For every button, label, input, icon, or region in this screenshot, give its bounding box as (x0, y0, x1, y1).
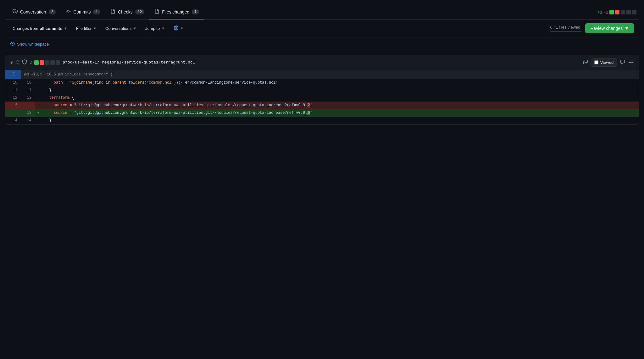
jump-to-label: Jump to (145, 26, 160, 31)
line-code: } (42, 117, 639, 124)
files-viewed-container: 0 / 1 files viewed (550, 25, 581, 32)
table-row: 14 14 } (5, 117, 639, 124)
gear-settings-btn[interactable]: ▼ (171, 24, 186, 33)
files-changed-icon (154, 9, 159, 15)
checks-icon (110, 9, 115, 15)
file-filter-caret: ▼ (93, 26, 97, 30)
line-code: } (42, 86, 639, 94)
files-viewed-text: 0 / 1 files viewed (550, 25, 581, 30)
line-num-old: 14 (5, 117, 21, 124)
table-row: 13 − source = "git::git@github.com:grunt… (5, 102, 639, 109)
review-changes-caret-icon: ▼ (625, 26, 629, 31)
line-prefix (35, 79, 42, 86)
hunk-expand-btn[interactable] (5, 70, 21, 79)
hunk-header-text: @@ -10,5 +10,5 @@ include "envcommon" { (21, 70, 639, 79)
commits-icon (66, 9, 71, 15)
conversations-caret: ▼ (133, 26, 136, 30)
line-num-new: 11 (21, 86, 35, 94)
jump-to-filter[interactable]: Jump to ▼ (143, 25, 167, 32)
gear-caret: ▼ (180, 26, 184, 30)
line-code: source = "git::git@github.com:gruntwork-… (42, 109, 639, 117)
commit-count: 2 (30, 60, 32, 65)
file-header-right: Viewed ••• (591, 58, 634, 67)
comment-icon[interactable] (620, 59, 625, 66)
table-row: 10 10 path = "${dirname(find_in_parent_f… (5, 79, 639, 86)
show-whitespace-button[interactable]: Show whitespace (10, 40, 49, 48)
conversation-icon (13, 9, 18, 15)
filter-bar: Changes from all commits ▼ File filter ▼… (5, 19, 639, 37)
tab-files-changed-label: Files changed (162, 9, 189, 14)
tab-commits[interactable]: Commits 1 (61, 5, 105, 19)
file-filter-label: File filter (76, 26, 92, 31)
all-commits-label: all commits (40, 26, 63, 31)
line-num-new: 14 (21, 117, 35, 124)
tab-checks-label: Checks (118, 9, 133, 14)
tab-conversation[interactable]: Conversation 2 (8, 5, 61, 19)
jump-to-caret: ▼ (161, 26, 165, 30)
diff-add-count: +1 (597, 10, 602, 14)
hunk-header-row: @@ -10,5 +10,5 @@ include "envcommon" { (5, 70, 639, 79)
line-num-old: 11 (5, 86, 21, 94)
gear-icon (174, 25, 179, 31)
diff-box-red (615, 10, 619, 14)
line-prefix: + (35, 109, 42, 117)
conversations-filter[interactable]: Conversations ▼ (103, 25, 139, 32)
file-filter-btn[interactable]: File filter ▼ (74, 25, 99, 32)
line-num-new: 10 (21, 79, 35, 86)
line-code: terraform { (42, 94, 639, 102)
viewed-input[interactable] (594, 60, 598, 64)
review-changes-button[interactable]: Review changes ▼ (585, 23, 634, 33)
progress-bar-container (550, 31, 581, 32)
diff-box-gray-2 (626, 10, 631, 14)
diff-box-gray-3 (632, 10, 636, 14)
tab-conversation-label: Conversation (20, 9, 46, 14)
line-prefix: − (35, 102, 42, 109)
diff-stats: +1 −1 (597, 10, 636, 14)
shield-icon (22, 59, 27, 66)
table-row: 11 11 } (5, 86, 639, 94)
file-card: ▾ ⇕ 2 prod/us-east-1/_regional/service-q… (5, 55, 639, 124)
file-header-left: ▾ ⇕ 2 prod/us-east-1/_regional/service-q… (10, 59, 588, 66)
file-path: prod/us-east-1/_regional/service-quotas/… (63, 60, 581, 65)
diff-remove-count: −1 (603, 10, 608, 14)
viewed-label: Viewed (600, 60, 613, 65)
changes-from-label: Changes from (13, 26, 38, 31)
diff-box-gray-1 (621, 10, 625, 14)
tab-bar: Conversation 2 Commits 1 Checks 12 Files… (5, 5, 639, 19)
eye-icon (10, 41, 15, 47)
whitespace-row: Show whitespace (5, 37, 639, 50)
more-options-icon[interactable]: ••• (628, 60, 634, 65)
chevron-down-icon[interactable]: ▾ (10, 59, 13, 65)
mini-diff-box-green (34, 60, 39, 65)
mini-diff-boxes (34, 60, 60, 65)
tab-files-changed[interactable]: Files changed 1 (149, 5, 204, 19)
line-code: source = "git::git@github.com:gruntwork-… (42, 102, 639, 109)
viewed-checkbox[interactable]: Viewed (591, 58, 617, 67)
mini-diff-box-gray-1 (45, 60, 49, 65)
conversations-label: Conversations (105, 26, 131, 31)
line-prefix (35, 117, 42, 124)
tab-checks[interactable]: Checks 12 (105, 5, 149, 19)
table-row: 12 12 terraform { (5, 94, 639, 102)
mini-diff-box-gray-3 (56, 60, 60, 65)
line-num-new: 12 (21, 94, 35, 102)
changes-from-filter[interactable]: Changes from all commits ▼ (10, 25, 70, 32)
line-num-old (5, 109, 21, 117)
mini-diff-box-gray-2 (50, 60, 55, 65)
mini-diff-box-red (40, 60, 44, 65)
tab-conversation-badge: 2 (49, 9, 56, 14)
table-row: 13 + source = "git::git@github.com:grunt… (5, 109, 639, 117)
changes-from-caret: ▼ (64, 26, 67, 30)
line-num-new: 13 (21, 109, 35, 117)
line-num-old: 10 (5, 79, 21, 86)
line-num-old: 13 (5, 102, 21, 109)
line-code: path = "${dirname(find_in_parent_folders… (42, 79, 639, 86)
tab-files-changed-badge: 1 (192, 9, 199, 14)
expand-icon[interactable]: ⇕ (15, 59, 19, 65)
copy-path-button[interactable] (583, 60, 588, 65)
line-num-old: 12 (5, 94, 21, 102)
tab-commits-badge: 1 (93, 9, 100, 14)
line-num-new (21, 102, 35, 109)
diff-table: @@ -10,5 +10,5 @@ include "envcommon" { … (5, 70, 639, 124)
right-controls: 0 / 1 files viewed Review changes ▼ (550, 23, 634, 33)
